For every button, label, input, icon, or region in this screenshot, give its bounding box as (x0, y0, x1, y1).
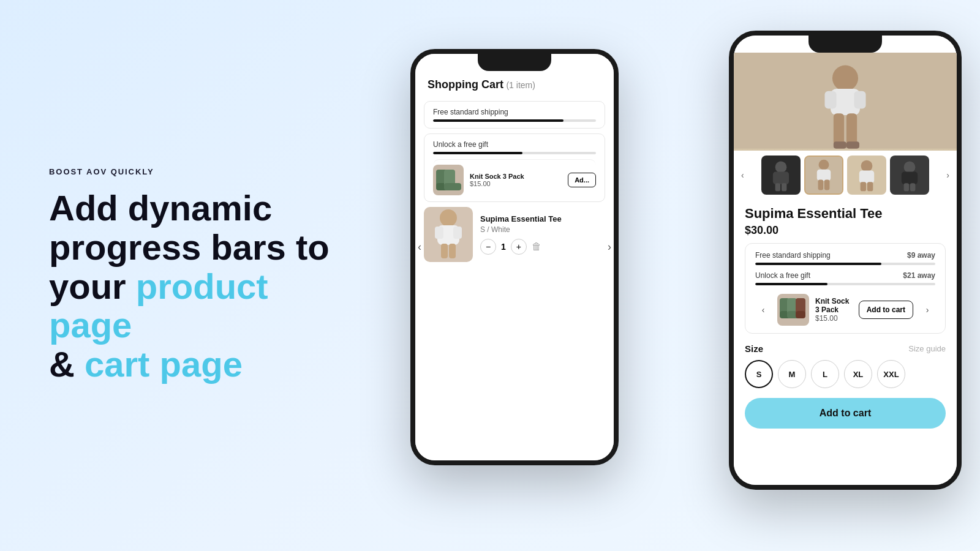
headline: Add dynamic progress bars to your produc… (49, 189, 343, 384)
qty-value: 1 (501, 242, 506, 252)
svg-rect-31 (859, 171, 874, 184)
product-shipping-away: $9 away (907, 251, 935, 260)
svg-rect-33 (867, 182, 873, 191)
size-btn-xl[interactable]: XL (844, 360, 872, 388)
thumbnail-2[interactable] (804, 156, 843, 195)
thumbnail-3[interactable] (847, 156, 886, 195)
size-btn-s[interactable]: S (745, 360, 773, 388)
thumb-next-arrow[interactable]: › (946, 170, 949, 180)
svg-rect-8 (441, 244, 448, 258)
svg-rect-28 (824, 180, 829, 190)
phones-container: Shopping Cart (1 item) Free standard shi… (380, 0, 980, 551)
carousel-left-arrow[interactable]: ‹ (418, 241, 421, 253)
thumb-1-img (763, 157, 799, 193)
cart-phone-notch (478, 54, 551, 71)
cart-item-info: Supima Essential Tee S / White − 1 + 🗑 (480, 214, 605, 255)
product-gift-bar-bg (755, 283, 935, 285)
svg-rect-16 (846, 113, 857, 146)
gift-progress-card: Unlock a free gift (424, 133, 605, 202)
upsell-name-cart: Knit Sock 3 Pack (470, 173, 562, 180)
upsell-img-cart (433, 165, 464, 195)
svg-rect-26 (817, 170, 831, 181)
svg-point-25 (819, 160, 829, 170)
svg-rect-27 (818, 180, 823, 190)
cart-item-name: Supima Essential Tee (480, 214, 605, 223)
upsell-info-product: Knit Sock 3 Pack $15.00 (815, 297, 853, 323)
thumb-4-img (891, 157, 928, 193)
add-to-cart-btn-cart[interactable]: Ad... (568, 173, 596, 187)
product-shipping-row: Free standard shipping $9 away (755, 251, 935, 260)
svg-rect-32 (861, 182, 866, 191)
upsell-img-product (777, 294, 809, 326)
add-to-cart-main-btn[interactable]: Add to cart (745, 398, 946, 429)
upsell-name-product: Knit Sock 3 Pack (815, 297, 853, 314)
size-header: Size Size guide (745, 343, 946, 354)
gift-label: Unlock a free gift (433, 140, 596, 149)
upsell-price-cart: $15.00 (470, 180, 562, 187)
gift-progress-bg (433, 152, 596, 154)
cart-item: Supima Essential Tee S / White − 1 + 🗑 (424, 207, 605, 262)
cart-header: Shopping Cart (1 item) (415, 72, 614, 96)
upsell-next-arrow[interactable]: › (919, 302, 935, 318)
cart-item-person-icon (424, 207, 473, 262)
thumb-prev-arrow[interactable]: ‹ (741, 170, 744, 180)
thumb-3-img (848, 157, 885, 193)
upsell-item-cart: Knit Sock 3 Pack $15.00 Ad... (433, 159, 596, 195)
size-options: S M L XL XXL (745, 360, 946, 388)
left-section: BOOST AOV QUICKLY Add dynamic progress b… (0, 167, 380, 384)
cart-item-image (424, 207, 473, 262)
thumbnail-1[interactable] (761, 156, 801, 195)
svg-rect-23 (782, 183, 786, 191)
svg-point-11 (832, 66, 858, 91)
qty-minus-btn[interactable]: − (480, 239, 496, 255)
product-shipping-bar-fill (755, 263, 881, 265)
cart-phone: Shopping Cart (1 item) Free standard shi… (410, 49, 619, 465)
cart-item-variant: S / White (480, 225, 605, 234)
svg-rect-3 (444, 183, 461, 190)
sock-icon (433, 165, 464, 195)
svg-rect-36 (902, 171, 918, 184)
product-hero-image (734, 53, 957, 151)
product-shipping-bar-bg (755, 263, 935, 265)
svg-rect-22 (775, 183, 780, 191)
product-shipping-label: Free standard shipping (755, 251, 831, 260)
svg-rect-38 (910, 183, 915, 191)
product-progress-card: Free standard shipping $9 away Unlock a … (745, 243, 946, 334)
size-guide-link[interactable]: Size guide (908, 344, 946, 353)
svg-rect-9 (449, 244, 456, 258)
svg-point-35 (904, 162, 916, 173)
delete-icon[interactable]: 🗑 (532, 241, 541, 252)
product-name: Supima Essential Tee (745, 206, 946, 222)
svg-rect-13 (824, 91, 836, 109)
shipping-progress-fill (433, 119, 564, 122)
size-section: Size Size guide S M L XL XXL (734, 336, 957, 393)
svg-rect-17 (834, 141, 846, 148)
eyebrow-text: BOOST AOV QUICKLY (49, 167, 343, 176)
svg-rect-44 (796, 311, 805, 318)
size-btn-xxl[interactable]: XXL (877, 360, 905, 388)
gift-progress-fill (433, 152, 522, 154)
sock-icon-product (777, 294, 809, 326)
qty-control: − 1 + 🗑 (480, 239, 605, 255)
product-gift-row: Unlock a free gift $21 away (755, 271, 935, 280)
shipping-progress-card: Free standard shipping (424, 101, 605, 129)
carousel-right-arrow[interactable]: › (608, 241, 611, 253)
shipping-label: Free standard shipping (433, 108, 596, 116)
add-to-cart-upsell-btn[interactable]: Add to cart (859, 301, 913, 319)
size-btn-l[interactable]: L (811, 360, 839, 388)
svg-point-20 (775, 162, 787, 173)
thumbnail-strip: ‹ (734, 151, 957, 200)
svg-rect-15 (834, 113, 844, 146)
upsell-prev-arrow[interactable]: ‹ (755, 302, 771, 318)
upsell-price-product: $15.00 (815, 314, 853, 323)
svg-rect-21 (773, 171, 789, 184)
svg-rect-7 (453, 227, 462, 239)
product-gift-away: $21 away (903, 271, 935, 280)
svg-rect-14 (854, 91, 865, 109)
thumbnail-4[interactable] (890, 156, 929, 195)
size-label: Size (745, 343, 763, 354)
size-btn-m[interactable]: M (778, 360, 806, 388)
qty-plus-btn[interactable]: + (511, 239, 527, 255)
cart-title: Shopping Cart (428, 78, 503, 91)
cart-count: (1 item) (506, 80, 535, 90)
